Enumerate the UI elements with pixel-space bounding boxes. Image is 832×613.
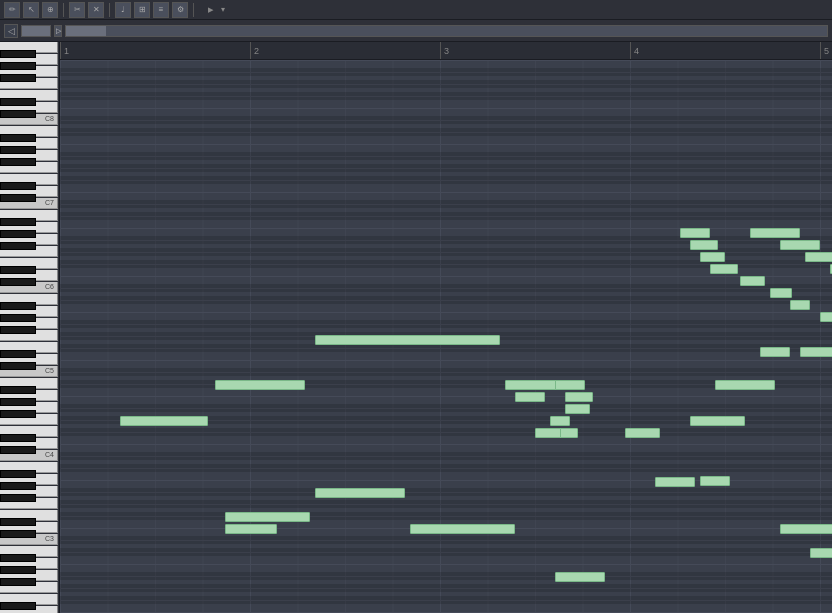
dark-row — [60, 596, 832, 604]
dark-row — [60, 116, 832, 124]
black-key[interactable] — [0, 194, 36, 202]
note[interactable] — [555, 572, 605, 582]
zoom-tool-icon[interactable]: ⊕ — [42, 2, 58, 18]
dark-row — [60, 164, 832, 172]
note[interactable] — [770, 288, 792, 298]
dark-row — [60, 584, 832, 592]
note[interactable] — [410, 524, 515, 534]
black-key[interactable] — [0, 74, 36, 82]
black-key[interactable] — [0, 302, 36, 310]
note[interactable] — [715, 380, 775, 390]
note[interactable] — [740, 276, 765, 286]
black-key[interactable] — [0, 470, 36, 478]
zoom-out-btn[interactable]: ◁ — [4, 24, 18, 38]
velocity-dropdown[interactable]: ▾ — [219, 5, 225, 14]
black-key[interactable] — [0, 578, 36, 586]
black-key[interactable] — [0, 278, 36, 286]
select-tool-icon[interactable]: ↖ — [23, 2, 39, 18]
note[interactable] — [565, 392, 593, 402]
zoom-in-btn[interactable]: ▷ — [54, 25, 62, 37]
note[interactable] — [315, 488, 405, 498]
note[interactable] — [700, 252, 725, 262]
main-toolbar: ✏ ↖ ⊕ ✂ ✕ ♩ ⊞ ≡ ⚙ ▸ ▾ — [0, 0, 832, 20]
ruler-mark-4: 4 — [630, 42, 639, 59]
note[interactable] — [690, 240, 718, 250]
black-key[interactable] — [0, 602, 36, 610]
black-key[interactable] — [0, 554, 36, 562]
cut-tool-icon[interactable]: ✂ — [69, 2, 85, 18]
note-grid[interactable] — [60, 60, 832, 613]
black-key[interactable] — [0, 110, 36, 118]
scroll-bar-v[interactable] — [21, 25, 51, 37]
note[interactable] — [560, 428, 578, 438]
black-key[interactable] — [0, 98, 36, 106]
note-icon[interactable]: ♩ — [115, 2, 131, 18]
note[interactable] — [565, 404, 590, 414]
black-key[interactable] — [0, 326, 36, 334]
black-key[interactable] — [0, 434, 36, 442]
note[interactable] — [315, 335, 500, 345]
black-key[interactable] — [0, 494, 36, 502]
note[interactable] — [790, 300, 810, 310]
black-key[interactable] — [0, 134, 36, 142]
black-key[interactable] — [0, 242, 36, 250]
black-key[interactable] — [0, 182, 36, 190]
dark-row — [60, 152, 832, 160]
black-key[interactable] — [0, 446, 36, 454]
dark-row — [60, 452, 832, 460]
dark-row — [60, 428, 832, 436]
black-key[interactable] — [0, 530, 36, 538]
black-key[interactable] — [0, 482, 36, 490]
black-key[interactable] — [0, 410, 36, 418]
black-key[interactable] — [0, 386, 36, 394]
note[interactable] — [655, 477, 695, 487]
note[interactable] — [225, 524, 277, 534]
black-key[interactable] — [0, 218, 36, 226]
black-key[interactable] — [0, 62, 36, 70]
note[interactable] — [700, 476, 730, 486]
piano-keys-render: C8C7C6C5C4C3C2 — [0, 42, 59, 613]
black-key[interactable] — [0, 50, 36, 58]
velocity-dropdown-arrow: ▾ — [221, 5, 225, 14]
pencil-tool-icon[interactable]: ✏ — [4, 2, 20, 18]
note[interactable] — [710, 264, 738, 274]
note[interactable] — [120, 416, 208, 426]
note[interactable] — [680, 228, 710, 238]
note[interactable] — [820, 312, 832, 322]
black-key[interactable] — [0, 518, 36, 526]
quantize-icon[interactable]: ≡ — [153, 2, 169, 18]
black-key[interactable] — [0, 566, 36, 574]
note[interactable] — [505, 380, 557, 390]
note[interactable] — [625, 428, 660, 438]
black-key[interactable] — [0, 230, 36, 238]
black-key[interactable] — [0, 146, 36, 154]
note[interactable] — [690, 416, 745, 426]
black-key[interactable] — [0, 362, 36, 370]
note[interactable] — [555, 380, 585, 390]
delete-tool-icon[interactable]: ✕ — [88, 2, 104, 18]
note[interactable] — [760, 347, 790, 357]
note[interactable] — [750, 228, 800, 238]
note[interactable] — [780, 240, 820, 250]
note[interactable] — [805, 252, 832, 262]
snap-icon[interactable]: ⊞ — [134, 2, 150, 18]
horizontal-scrollbar[interactable] — [65, 25, 828, 37]
grid-container[interactable]: 1 2 3 4 5 — [60, 42, 832, 613]
black-key[interactable] — [0, 314, 36, 322]
settings-icon[interactable]: ⚙ — [172, 2, 188, 18]
separator-1 — [63, 3, 64, 17]
dark-row — [60, 488, 832, 496]
black-key[interactable] — [0, 266, 36, 274]
note[interactable] — [225, 512, 310, 522]
note[interactable] — [800, 347, 832, 357]
note[interactable] — [215, 380, 305, 390]
note[interactable] — [515, 392, 545, 402]
black-key[interactable] — [0, 158, 36, 166]
dark-row — [60, 320, 832, 328]
note[interactable] — [550, 416, 570, 426]
note[interactable] — [780, 524, 832, 534]
black-key[interactable] — [0, 350, 36, 358]
black-key[interactable] — [0, 398, 36, 406]
note[interactable] — [810, 548, 832, 558]
piano-keyboard[interactable]: C8C7C6C5C4C3C2 — [0, 42, 60, 613]
